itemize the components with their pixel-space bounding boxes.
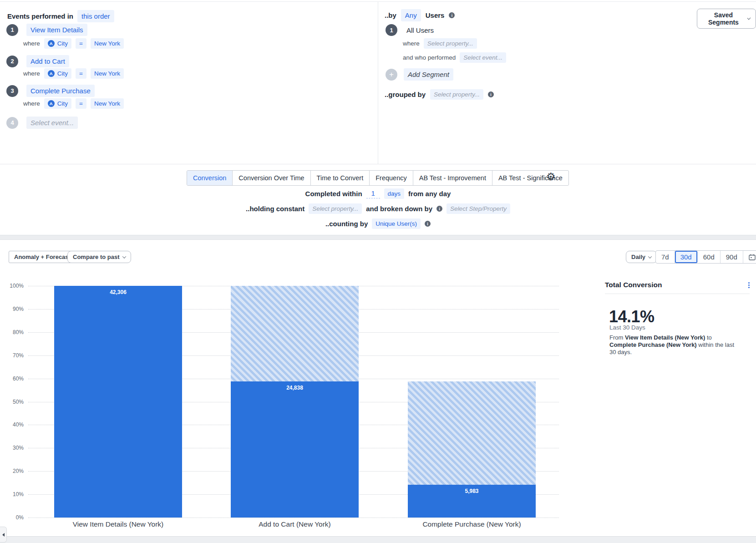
y-tick-label: 80% <box>4 329 24 335</box>
category-label: Complete Purchase (New York) <box>381 520 563 528</box>
bar-value-label: 42,306 <box>54 289 182 295</box>
category-label: Add to Cart (New York) <box>204 520 386 528</box>
bottom-strip <box>0 536 756 543</box>
collapse-panel-handle[interactable] <box>0 527 7 543</box>
y-tick-label: 10% <box>4 491 24 497</box>
gridline <box>28 518 559 518</box>
summary-divider <box>605 294 750 294</box>
funnel-chart: 100%90%80%70%60%50%40%30%20%10%0%42,306V… <box>0 0 756 543</box>
total-conversion-description: From View Item Details (New York) to Com… <box>609 334 740 356</box>
y-tick-label: 20% <box>4 468 24 474</box>
y-tick-label: 100% <box>4 283 24 289</box>
y-tick-label: 30% <box>4 445 24 451</box>
y-tick-label: 70% <box>4 352 24 359</box>
y-tick-label: 0% <box>4 514 24 521</box>
category-label: View Item Details (New York) <box>27 520 209 528</box>
bar-value-label: 5,983 <box>408 488 536 494</box>
funnel-bar-previous-step-hatch[interactable] <box>408 381 536 485</box>
funnel-bar-previous-step-hatch[interactable] <box>231 286 359 381</box>
total-conversion-value: 14.1% <box>609 307 655 326</box>
summary-header: Total Conversion <box>605 281 750 289</box>
y-tick-label: 90% <box>4 306 24 312</box>
total-conversion-period: Last 30 Days <box>609 324 645 331</box>
y-tick-label: 60% <box>4 376 24 382</box>
collapse-left-icon <box>2 533 5 537</box>
kebab-menu-icon[interactable] <box>748 282 750 288</box>
funnel-bar[interactable] <box>231 381 359 518</box>
funnel-bar[interactable] <box>54 286 182 518</box>
summary-title: Total Conversion <box>605 281 662 289</box>
bar-value-label: 24,838 <box>231 385 359 391</box>
y-tick-label: 50% <box>4 399 24 405</box>
y-tick-label: 40% <box>4 421 24 428</box>
funnel-analysis-page: Events performed in this order 1 View It… <box>0 0 756 543</box>
